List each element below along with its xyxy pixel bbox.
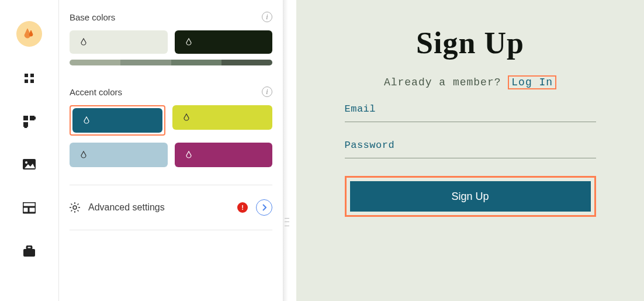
drop-icon [185, 151, 192, 160]
colors-panel: Base colors i Accent colors i [58, 0, 283, 301]
svg-rect-1 [30, 74, 34, 77]
highlight-signup-button: Sign Up [345, 176, 596, 217]
resize-handle[interactable] [284, 216, 290, 228]
preview-canvas: Sign Up Already a member? Log In Email P… [296, 0, 644, 301]
drop-icon [183, 113, 190, 122]
advanced-settings-row[interactable]: Advanced settings ! [70, 199, 272, 216]
highlight-selected-accent [70, 105, 165, 136]
svg-point-16 [73, 206, 77, 209]
divider [70, 230, 272, 230]
login-link[interactable]: Log In [511, 77, 553, 88]
nav-image[interactable] [18, 153, 41, 177]
expand-advanced-button[interactable] [256, 199, 272, 216]
accent-swatch-lightblue[interactable] [70, 143, 168, 167]
drop-logo-icon [23, 27, 36, 40]
svg-point-10 [25, 161, 27, 164]
drop-icon [185, 38, 192, 47]
email-label: Email [345, 103, 596, 115]
image-icon [23, 159, 36, 171]
signup-subline: Already a member? Log In [320, 77, 621, 88]
drop-icon [80, 151, 87, 160]
puzzle-icon [23, 115, 36, 128]
panel-shadow [283, 0, 288, 301]
signup-button[interactable]: Sign Up [350, 181, 591, 212]
svg-line-24 [71, 210, 72, 212]
accent-swatch-teal[interactable] [72, 108, 162, 133]
drop-icon [80, 38, 87, 47]
grid-icon [23, 72, 35, 84]
sub-prefix: Already a member? [384, 77, 508, 88]
svg-rect-3 [30, 79, 34, 83]
info-icon[interactable]: i [262, 87, 272, 97]
layout-icon [23, 202, 36, 214]
gear-icon [70, 202, 80, 213]
nav-grid[interactable] [18, 67, 41, 90]
divider [70, 185, 272, 185]
svg-rect-4 [23, 116, 28, 120]
svg-rect-0 [25, 74, 28, 77]
accent-swatch-lime[interactable] [172, 105, 273, 130]
base-colors-header: Base colors i [70, 12, 272, 22]
nav-plugins[interactable] [18, 110, 41, 133]
accent-row-1 [70, 105, 272, 136]
advanced-settings-label: Advanced settings [88, 202, 229, 213]
base-swatch-light[interactable] [70, 30, 168, 54]
password-label: Password [345, 140, 596, 151]
drop-icon [83, 116, 90, 125]
app-logo [16, 21, 42, 47]
svg-rect-14 [23, 249, 35, 257]
accent-swatch-magenta[interactable] [175, 143, 273, 167]
accent-row-2 [70, 143, 272, 167]
email-field-group: Email [345, 103, 596, 122]
chevron-right-icon [262, 204, 266, 211]
accent-colors-header: Accent colors i [70, 87, 272, 97]
nav-layout[interactable] [18, 196, 41, 220]
svg-rect-2 [25, 79, 28, 83]
preview-area: Sign Up Already a member? Log In Email P… [283, 0, 644, 301]
password-input[interactable] [345, 158, 596, 158]
highlight-login-link: Log In [508, 75, 556, 89]
base-swatch-dark[interactable] [175, 30, 273, 54]
svg-line-21 [71, 204, 72, 205]
accent-colors-title: Accent colors [70, 87, 122, 97]
app-sidebar [0, 0, 58, 301]
password-field-group: Password [345, 140, 596, 158]
base-colors-title: Base colors [70, 12, 115, 22]
briefcase-icon [23, 245, 36, 257]
svg-line-23 [78, 204, 79, 205]
signup-heading: Sign Up [320, 26, 621, 60]
alert-badge: ! [237, 202, 248, 213]
base-gradient-bar [70, 60, 272, 65]
email-input[interactable] [345, 122, 596, 122]
nav-business[interactable] [18, 240, 41, 263]
info-icon[interactable]: i [262, 12, 272, 22]
svg-line-22 [78, 210, 79, 212]
base-swatch-row [70, 30, 272, 54]
svg-rect-15 [27, 246, 32, 249]
